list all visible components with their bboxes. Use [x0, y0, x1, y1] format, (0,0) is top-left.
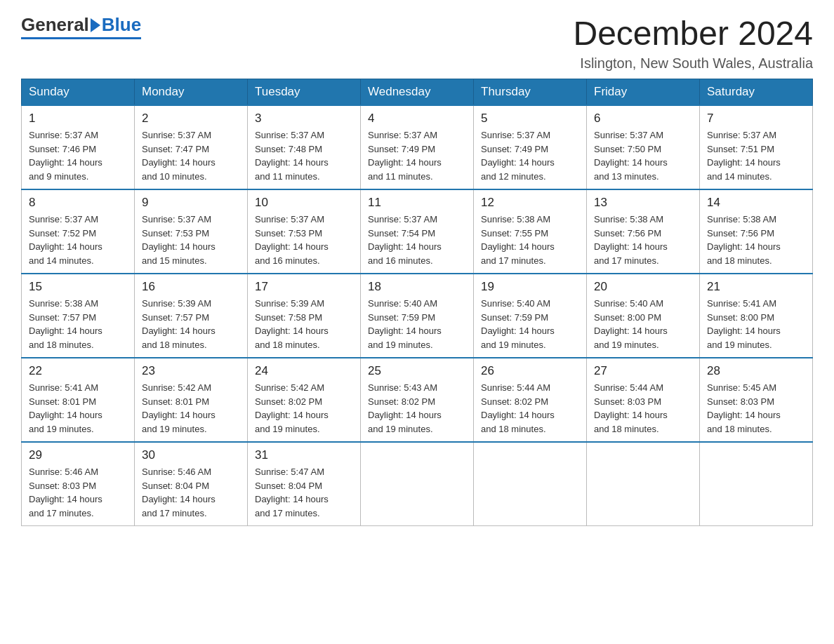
calendar-cell: 11 Sunrise: 5:37 AM Sunset: 7:54 PM Dayl… [361, 189, 474, 274]
calendar-table: SundayMondayTuesdayWednesdayThursdayFrid… [21, 79, 813, 526]
day-info: Sunrise: 5:37 AM Sunset: 7:49 PM Dayligh… [481, 128, 579, 183]
calendar-cell: 10 Sunrise: 5:37 AM Sunset: 7:53 PM Dayl… [248, 189, 361, 274]
calendar-cell: 30 Sunrise: 5:46 AM Sunset: 8:04 PM Dayl… [135, 442, 248, 526]
day-number: 13 [594, 196, 692, 210]
day-number: 19 [481, 280, 579, 294]
day-info: Sunrise: 5:43 AM Sunset: 8:02 PM Dayligh… [368, 381, 466, 436]
day-number: 27 [594, 364, 692, 378]
day-number: 10 [255, 196, 353, 210]
calendar-cell: 28 Sunrise: 5:45 AM Sunset: 8:03 PM Dayl… [700, 358, 813, 442]
day-number: 29 [29, 448, 127, 462]
day-info: Sunrise: 5:40 AM Sunset: 7:59 PM Dayligh… [368, 297, 466, 351]
day-info: Sunrise: 5:37 AM Sunset: 7:54 PM Dayligh… [368, 213, 466, 267]
day-number: 2 [142, 112, 240, 126]
day-info: Sunrise: 5:44 AM Sunset: 8:02 PM Dayligh… [481, 381, 579, 436]
day-info: Sunrise: 5:38 AM Sunset: 7:55 PM Dayligh… [481, 213, 579, 267]
day-info: Sunrise: 5:38 AM Sunset: 7:56 PM Dayligh… [594, 213, 692, 267]
day-info: Sunrise: 5:46 AM Sunset: 8:03 PM Dayligh… [29, 465, 127, 520]
header-wednesday: Wednesday [361, 79, 474, 106]
day-info: Sunrise: 5:47 AM Sunset: 8:04 PM Dayligh… [255, 465, 353, 520]
day-info: Sunrise: 5:39 AM Sunset: 7:58 PM Dayligh… [255, 297, 353, 351]
calendar-cell: 27 Sunrise: 5:44 AM Sunset: 8:03 PM Dayl… [587, 358, 700, 442]
calendar-cell [587, 442, 700, 526]
calendar-cell: 6 Sunrise: 5:37 AM Sunset: 7:50 PM Dayli… [587, 105, 700, 189]
calendar-cell: 18 Sunrise: 5:40 AM Sunset: 7:59 PM Dayl… [361, 274, 474, 358]
day-number: 15 [29, 280, 127, 294]
location-label: Islington, New South Wales, Australia [573, 55, 813, 72]
day-info: Sunrise: 5:42 AM Sunset: 8:01 PM Dayligh… [142, 381, 240, 436]
day-number: 1 [29, 112, 127, 126]
day-info: Sunrise: 5:38 AM Sunset: 7:56 PM Dayligh… [707, 213, 805, 267]
calendar-cell: 22 Sunrise: 5:41 AM Sunset: 8:01 PM Dayl… [22, 358, 135, 442]
calendar-cell: 5 Sunrise: 5:37 AM Sunset: 7:49 PM Dayli… [474, 105, 587, 189]
day-number: 9 [142, 196, 240, 210]
logo-blue-text: Blue [102, 14, 141, 36]
day-info: Sunrise: 5:44 AM Sunset: 8:03 PM Dayligh… [594, 381, 692, 436]
calendar-cell: 16 Sunrise: 5:39 AM Sunset: 7:57 PM Dayl… [135, 274, 248, 358]
calendar-cell: 2 Sunrise: 5:37 AM Sunset: 7:47 PM Dayli… [135, 105, 248, 189]
week-row-1: 1 Sunrise: 5:37 AM Sunset: 7:46 PM Dayli… [22, 105, 813, 189]
day-info: Sunrise: 5:37 AM Sunset: 7:51 PM Dayligh… [707, 128, 805, 183]
calendar-cell: 7 Sunrise: 5:37 AM Sunset: 7:51 PM Dayli… [700, 105, 813, 189]
calendar-cell: 4 Sunrise: 5:37 AM Sunset: 7:49 PM Dayli… [361, 105, 474, 189]
month-title: December 2024 [573, 14, 813, 53]
header-thursday: Thursday [474, 79, 587, 106]
calendar-cell: 25 Sunrise: 5:43 AM Sunset: 8:02 PM Dayl… [361, 358, 474, 442]
day-number: 21 [707, 280, 805, 294]
calendar-cell: 12 Sunrise: 5:38 AM Sunset: 7:55 PM Dayl… [474, 189, 587, 274]
header-tuesday: Tuesday [248, 79, 361, 106]
day-info: Sunrise: 5:45 AM Sunset: 8:03 PM Dayligh… [707, 381, 805, 436]
day-info: Sunrise: 5:37 AM Sunset: 7:52 PM Dayligh… [29, 213, 127, 267]
day-number: 14 [707, 196, 805, 210]
day-info: Sunrise: 5:37 AM Sunset: 7:53 PM Dayligh… [142, 213, 240, 267]
calendar-cell: 20 Sunrise: 5:40 AM Sunset: 8:00 PM Dayl… [587, 274, 700, 358]
calendar-cell: 26 Sunrise: 5:44 AM Sunset: 8:02 PM Dayl… [474, 358, 587, 442]
day-number: 18 [368, 280, 466, 294]
header-friday: Friday [587, 79, 700, 106]
calendar-cell: 14 Sunrise: 5:38 AM Sunset: 7:56 PM Dayl… [700, 189, 813, 274]
calendar-cell [361, 442, 474, 526]
day-info: Sunrise: 5:37 AM Sunset: 7:50 PM Dayligh… [594, 128, 692, 183]
logo: General Blue [21, 14, 141, 39]
day-number: 4 [368, 112, 466, 126]
day-number: 16 [142, 280, 240, 294]
day-number: 26 [481, 364, 579, 378]
page-header: General Blue December 2024 Islington, Ne… [21, 14, 813, 72]
day-info: Sunrise: 5:37 AM Sunset: 7:48 PM Dayligh… [255, 128, 353, 183]
day-info: Sunrise: 5:37 AM Sunset: 7:49 PM Dayligh… [368, 128, 466, 183]
week-row-3: 15 Sunrise: 5:38 AM Sunset: 7:57 PM Dayl… [22, 274, 813, 358]
day-number: 11 [368, 196, 466, 210]
day-info: Sunrise: 5:40 AM Sunset: 8:00 PM Dayligh… [594, 297, 692, 351]
day-number: 3 [255, 112, 353, 126]
day-info: Sunrise: 5:41 AM Sunset: 8:01 PM Dayligh… [29, 381, 127, 436]
calendar-header-row: SundayMondayTuesdayWednesdayThursdayFrid… [22, 79, 813, 106]
day-number: 23 [142, 364, 240, 378]
calendar-cell: 1 Sunrise: 5:37 AM Sunset: 7:46 PM Dayli… [22, 105, 135, 189]
calendar-cell: 29 Sunrise: 5:46 AM Sunset: 8:03 PM Dayl… [22, 442, 135, 526]
header-monday: Monday [135, 79, 248, 106]
day-info: Sunrise: 5:38 AM Sunset: 7:57 PM Dayligh… [29, 297, 127, 351]
day-info: Sunrise: 5:41 AM Sunset: 8:00 PM Dayligh… [707, 297, 805, 351]
day-number: 7 [707, 112, 805, 126]
day-info: Sunrise: 5:37 AM Sunset: 7:47 PM Dayligh… [142, 128, 240, 183]
logo-general-text: General [21, 14, 89, 36]
calendar-cell: 31 Sunrise: 5:47 AM Sunset: 8:04 PM Dayl… [248, 442, 361, 526]
day-number: 17 [255, 280, 353, 294]
header-saturday: Saturday [700, 79, 813, 106]
calendar-cell [700, 442, 813, 526]
calendar-cell: 13 Sunrise: 5:38 AM Sunset: 7:56 PM Dayl… [587, 189, 700, 274]
day-number: 30 [142, 448, 240, 462]
day-number: 25 [368, 364, 466, 378]
calendar-cell: 8 Sunrise: 5:37 AM Sunset: 7:52 PM Dayli… [22, 189, 135, 274]
header-sunday: Sunday [22, 79, 135, 106]
day-info: Sunrise: 5:37 AM Sunset: 7:46 PM Dayligh… [29, 128, 127, 183]
week-row-4: 22 Sunrise: 5:41 AM Sunset: 8:01 PM Dayl… [22, 358, 813, 442]
calendar-cell: 23 Sunrise: 5:42 AM Sunset: 8:01 PM Dayl… [135, 358, 248, 442]
day-number: 5 [481, 112, 579, 126]
calendar-cell: 9 Sunrise: 5:37 AM Sunset: 7:53 PM Dayli… [135, 189, 248, 274]
day-number: 24 [255, 364, 353, 378]
day-number: 20 [594, 280, 692, 294]
calendar-cell: 17 Sunrise: 5:39 AM Sunset: 7:58 PM Dayl… [248, 274, 361, 358]
logo-underline [21, 37, 141, 39]
calendar-cell: 3 Sunrise: 5:37 AM Sunset: 7:48 PM Dayli… [248, 105, 361, 189]
